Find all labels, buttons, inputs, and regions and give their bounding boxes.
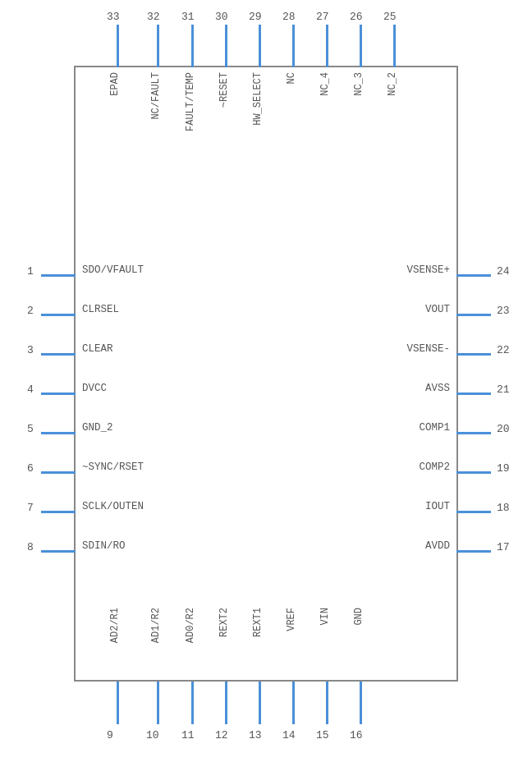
pin-number-9: 9 [107, 729, 113, 741]
pin-number-22: 22 [497, 344, 510, 356]
pin-label-18: IOUT [425, 501, 450, 512]
pin-line-bottom-15 [326, 682, 328, 724]
pin-label-8: SDIN/RO [82, 540, 126, 552]
pin-label-24: VSENSE+ [406, 264, 450, 276]
pin-line-right-23 [456, 314, 491, 316]
pin-line-right-24 [456, 274, 491, 277]
pin-label-10: AD1/R2 [150, 608, 162, 643]
pin-label-13: REXT1 [252, 608, 264, 637]
pin-label-30: ~RESET [218, 72, 230, 108]
pin-number-2: 2 [27, 305, 34, 317]
pin-label-12: REXT2 [218, 608, 230, 637]
pin-label-31: FAULT/TEMP [185, 72, 196, 131]
pin-label-25: NC_2 [387, 72, 398, 96]
pin-label-4: DVCC [82, 383, 107, 394]
pin-line-top-28 [292, 25, 295, 67]
pin-line-top-33 [117, 25, 119, 67]
pin-line-right-20 [456, 432, 491, 434]
pin-label-23: VOUT [425, 304, 450, 315]
pin-number-33: 33 [107, 11, 120, 23]
diagram-container: 33 EPAD 32 NC/FAULT 31 FAULT/TEMP 30 ~RE… [0, 0, 532, 762]
pin-line-bottom-10 [157, 682, 159, 724]
pin-line-top-25 [393, 25, 396, 67]
pin-line-right-21 [456, 392, 491, 395]
pin-number-12: 12 [215, 729, 228, 741]
ic-body [74, 66, 458, 682]
pin-label-16: GND [353, 608, 365, 626]
pin-number-30: 30 [215, 11, 228, 23]
pin-number-17: 17 [497, 541, 510, 553]
pin-line-top-29 [259, 25, 261, 67]
pin-label-1: SDO/VFAULT [82, 264, 144, 276]
pin-number-28: 28 [282, 11, 296, 23]
pin-label-7: SCLK/OUTEN [82, 501, 144, 512]
pin-line-left-5 [41, 432, 76, 434]
pin-label-2: CLRSEL [82, 304, 119, 315]
pin-number-16: 16 [350, 729, 363, 741]
pin-number-14: 14 [282, 729, 296, 741]
pin-line-top-27 [326, 25, 328, 67]
pin-number-29: 29 [249, 11, 262, 23]
pin-line-right-18 [456, 511, 491, 513]
pin-line-left-2 [41, 314, 76, 316]
pin-number-20: 20 [497, 423, 510, 435]
pin-number-26: 26 [350, 11, 363, 23]
pin-number-19: 19 [497, 462, 510, 475]
pin-number-21: 21 [497, 383, 510, 396]
pin-line-top-31 [191, 25, 194, 67]
pin-number-4: 4 [27, 383, 34, 396]
pin-line-bottom-16 [360, 682, 362, 724]
pin-line-bottom-11 [191, 682, 194, 724]
pin-label-33: EPAD [109, 72, 121, 96]
pin-line-left-6 [41, 471, 76, 474]
pin-number-15: 15 [316, 729, 329, 741]
pin-number-25: 25 [383, 11, 397, 23]
pin-line-bottom-13 [259, 682, 261, 724]
pin-label-17: AVDD [425, 540, 450, 552]
pin-line-right-19 [456, 471, 491, 474]
pin-line-left-3 [41, 353, 76, 356]
pin-line-right-17 [456, 550, 491, 553]
pin-label-3: CLEAR [82, 343, 113, 355]
pin-number-1: 1 [27, 265, 34, 278]
pin-number-6: 6 [27, 462, 34, 475]
pin-label-32: NC/FAULT [150, 72, 162, 120]
pin-label-28: NC [286, 72, 297, 84]
pin-number-3: 3 [27, 344, 34, 356]
pin-line-left-8 [41, 550, 76, 553]
pin-number-8: 8 [27, 541, 34, 553]
pin-number-23: 23 [497, 305, 510, 317]
pin-label-14: VREF [286, 608, 297, 631]
pin-number-10: 10 [146, 729, 159, 741]
pin-label-27: NC_4 [319, 72, 331, 96]
pin-line-top-26 [360, 25, 362, 67]
pin-line-bottom-9 [117, 682, 119, 724]
pin-number-7: 7 [27, 502, 34, 514]
pin-line-left-1 [41, 274, 76, 277]
pin-number-24: 24 [497, 265, 510, 278]
pin-number-32: 32 [147, 11, 160, 23]
pin-number-31: 31 [181, 11, 195, 23]
pin-number-11: 11 [181, 729, 195, 741]
pin-number-18: 18 [497, 502, 510, 514]
pin-label-11: AD0/R2 [185, 608, 196, 643]
pin-label-20: COMP1 [419, 422, 450, 434]
pin-line-top-32 [157, 25, 159, 67]
pin-line-top-30 [225, 25, 227, 67]
pin-label-15: VIN [319, 608, 331, 626]
pin-label-6: ~SYNC/RSET [82, 461, 144, 473]
pin-number-5: 5 [27, 423, 34, 435]
pin-label-21: AVSS [425, 383, 450, 394]
pin-label-5: GND_2 [82, 422, 113, 434]
pin-line-left-4 [41, 392, 76, 395]
pin-label-22: VSENSE- [406, 343, 450, 355]
pin-number-27: 27 [316, 11, 329, 23]
pin-label-26: NC_3 [353, 72, 365, 96]
pin-line-right-22 [456, 353, 491, 356]
pin-line-left-7 [41, 511, 76, 513]
pin-label-9: AD2/R1 [109, 608, 121, 643]
pin-line-bottom-12 [225, 682, 227, 724]
pin-number-13: 13 [249, 729, 262, 741]
pin-label-19: COMP2 [419, 461, 450, 473]
pin-label-29: HW_SELECT [252, 72, 264, 126]
